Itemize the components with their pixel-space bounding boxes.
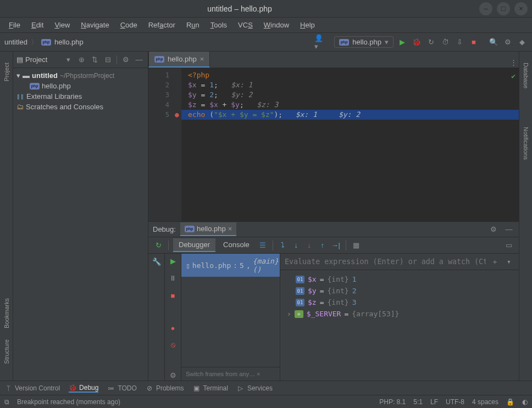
minimize-button[interactable]: – — [479, 2, 492, 15]
menu-refactor[interactable]: Refactor — [144, 19, 180, 31]
gear-icon[interactable]: ⚙ — [488, 224, 499, 235]
more-settings-icon[interactable]: ⚙ — [168, 370, 179, 381]
run-to-cursor-button[interactable]: →| — [330, 240, 341, 251]
tab-debugger[interactable]: Debugger — [173, 238, 215, 252]
menu-bar: FileEditViewNavigateCodeRefactorRunTools… — [0, 18, 532, 33]
variable-row[interactable]: 01 $y = {int} 2 — [285, 285, 514, 297]
user-icon[interactable]: 👤▾ — [314, 37, 325, 48]
search-everywhere-button[interactable]: 🔍 — [488, 37, 499, 48]
project-tree[interactable]: ▾ ▬ untitled ~/PhpstormProject php hello… — [13, 68, 148, 381]
expand-all-button[interactable]: ⇅ — [89, 54, 100, 65]
external-libraries-node[interactable]: ⫿⫿ External Libraries — [13, 91, 148, 102]
variable-row[interactable]: 01 $x = {int} 1 — [285, 273, 514, 285]
debug-session-tab[interactable]: php hello.php × — [180, 222, 236, 236]
pause-button[interactable]: ⏸ — [168, 273, 179, 283]
tool-tab-notifications[interactable]: Notifications — [523, 127, 529, 160]
select-opened-file-button[interactable]: ▾ — [63, 54, 74, 65]
line-number-gutter[interactable]: 12345 — [148, 68, 173, 221]
menu-navigate[interactable]: Navigate — [76, 19, 113, 31]
breakpoint-gutter[interactable]: ● — [173, 68, 181, 221]
tool-tab-database[interactable]: Database — [523, 63, 529, 88]
status-php[interactable]: PHP: 8.1 — [379, 398, 406, 406]
layout-button[interactable]: ▭ — [503, 240, 514, 251]
tab-console[interactable]: Console — [218, 238, 255, 252]
hide-button[interactable]: — — [503, 224, 514, 235]
tool-tab-bookmarks[interactable]: Bookmarks — [3, 298, 10, 328]
run-button[interactable]: ▶ — [397, 37, 408, 48]
close-icon[interactable]: × — [228, 225, 232, 233]
step-out-button[interactable]: ↑ — [317, 240, 328, 251]
editor-tab-hello[interactable]: php hello.php × — [148, 51, 210, 68]
stack-frame[interactable]: ▯ hello.php:5, {main}() — [181, 254, 280, 277]
code-content[interactable]: ✔ <?php$x = 1; $x: 1$y = 2; $y: 2$z = $x… — [181, 68, 519, 221]
run-config-selector[interactable]: php hello.php ▾ — [334, 36, 394, 48]
coverage-button[interactable]: ↻ — [425, 37, 436, 48]
force-step-into-button[interactable]: ↓ — [304, 240, 315, 251]
bottom-tool-services[interactable]: ▷Services — [237, 384, 273, 392]
bottom-tool-problems[interactable]: ⊘Problems — [146, 384, 184, 392]
variable-row[interactable]: › ≡ $_SERVER = {array[53]} — [285, 308, 514, 320]
evaluate-button[interactable]: ▦ — [351, 240, 362, 251]
bottom-tool-terminal[interactable]: ▣Terminal — [193, 384, 228, 392]
menu-code[interactable]: Code — [116, 19, 142, 31]
stop-debug-button[interactable]: ■ — [168, 290, 179, 301]
status-cursor[interactable]: 5:1 — [413, 398, 423, 406]
tool-tab-project[interactable]: Project — [3, 63, 10, 81]
add-watch-button[interactable]: ＋ — [489, 256, 500, 267]
ide-status-icon[interactable]: ◐ — [522, 398, 528, 406]
variable-row[interactable]: 01 $z = {int} 3 — [285, 297, 514, 308]
menu-file[interactable]: File — [4, 19, 25, 31]
status-icon[interactable]: ⧉ — [4, 398, 9, 406]
settings-button[interactable]: ⚙ — [502, 37, 513, 48]
menu-run[interactable]: Run — [182, 19, 204, 31]
frame-line: 5 — [240, 261, 244, 270]
rerun-button[interactable]: ↻ — [153, 240, 164, 251]
collapse-all-button[interactable]: ⊟ — [102, 54, 113, 65]
menu-window[interactable]: Window — [259, 19, 293, 31]
close-tab-button[interactable]: × — [200, 55, 204, 63]
threads-icon[interactable]: ☰ — [257, 240, 268, 251]
project-root-node[interactable]: ▾ ▬ untitled ~/PhpstormProject — [13, 70, 148, 81]
maximize-button[interactable]: □ — [497, 2, 510, 15]
scratches-node[interactable]: 🗂 Scratches and Consoles — [13, 102, 148, 112]
menu-tools[interactable]: Tools — [206, 19, 231, 31]
frame-icon: ▯ — [186, 261, 190, 270]
status-encoding[interactable]: UTF-8 — [446, 398, 464, 406]
menu-vcs[interactable]: VCS — [234, 19, 257, 31]
status-line-sep[interactable]: LF — [430, 398, 438, 406]
file-node-hello[interactable]: php hello.php — [13, 81, 148, 91]
ide-features-button[interactable]: ◆ — [517, 37, 528, 48]
tool-tab-structure[interactable]: Structure — [3, 339, 10, 364]
view-breakpoints-button[interactable]: ● — [168, 322, 179, 333]
close-button[interactable]: × — [514, 2, 528, 15]
variables-tree[interactable]: 01 $x = {int} 101 $y = {int} 201 $z = {i… — [280, 270, 519, 381]
status-indent[interactable]: 4 spaces — [472, 398, 498, 406]
target-icon[interactable]: ⊕ — [76, 54, 87, 65]
code-editor[interactable]: 12345 ● ✔ <?php$x = 1; $x: 1$y = 2; $y: … — [148, 68, 519, 221]
stop-button[interactable]: ■ — [468, 37, 479, 48]
tab-list-button[interactable]: ⋮ — [508, 57, 519, 68]
breadcrumb-file[interactable]: hello.php — [54, 38, 84, 46]
attach-button[interactable]: ⇩ — [454, 37, 465, 48]
inspection-ok-icon[interactable]: ✔ — [511, 71, 516, 81]
wrench-icon[interactable]: 🔧 — [151, 256, 162, 267]
menu-edit[interactable]: Edit — [27, 19, 48, 31]
resume-button[interactable]: ▶ — [168, 256, 179, 266]
bottom-tool-version-control[interactable]: ᛘVersion Control — [4, 384, 60, 392]
step-over-button[interactable]: ⤵ — [278, 240, 289, 251]
evaluate-input[interactable] — [285, 258, 486, 266]
profile-button[interactable]: ⏱ — [440, 37, 451, 48]
mute-breakpoints-button[interactable]: ⦸ — [168, 340, 179, 350]
debug-exec-buttons: 🔧 — [148, 254, 165, 381]
lock-icon[interactable]: 🔒 — [506, 398, 514, 406]
gear-icon[interactable]: ⚙ — [120, 54, 131, 65]
step-into-button[interactable]: ↓ — [291, 240, 302, 251]
hide-button[interactable]: — — [134, 54, 145, 65]
menu-help[interactable]: Help — [296, 19, 319, 31]
bottom-tool-todo[interactable]: ≔TODO — [107, 384, 136, 392]
bottom-tool-debug[interactable]: 🐞Debug — [69, 384, 98, 393]
menu-view[interactable]: View — [50, 19, 74, 31]
expand-watch-button[interactable]: ▾ — [503, 256, 514, 267]
debug-button[interactable]: 🐞 — [411, 37, 422, 48]
breadcrumb-root[interactable]: untitled — [4, 38, 27, 46]
